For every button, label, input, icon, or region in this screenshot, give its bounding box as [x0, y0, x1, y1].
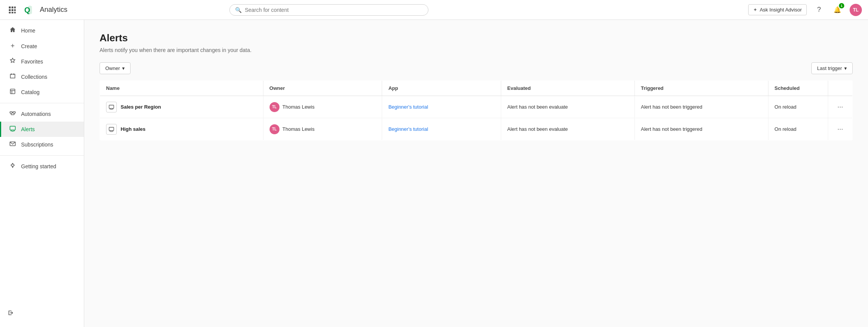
sidebar-item-getting-started-label: Getting started [21, 163, 56, 169]
home-icon [9, 27, 16, 34]
sidebar-item-alerts[interactable]: Alerts [0, 122, 84, 137]
col-header-triggered: Triggered [634, 81, 768, 96]
top-navigation: Q Analytics 🔍 ✦ Ask Insight Advisor ? 🔔 … [0, 0, 868, 20]
svg-rect-0 [9, 7, 11, 8]
svg-rect-13 [13, 112, 15, 113]
sidebar-item-favorites[interactable]: Favorites [0, 54, 84, 69]
page-title: Alerts [100, 32, 853, 44]
alert-triggered-cell-1: Alert has not been triggered [634, 118, 768, 140]
sidebar-collapse-button[interactable] [0, 306, 84, 321]
owner-filter-button[interactable]: Owner ▾ [100, 62, 131, 74]
notification-badge: 1 [839, 3, 844, 8]
owner-chevron-icon: ▾ [122, 65, 125, 71]
insight-advisor-icon: ✦ [753, 7, 757, 13]
sidebar-item-collections[interactable]: Collections [0, 69, 84, 85]
sidebar-item-automations-label: Automations [21, 111, 51, 117]
owner-avatar-1: TL [270, 124, 280, 134]
alert-name-cell-1: High sales [100, 118, 263, 140]
notifications-button[interactable]: 🔔 1 [831, 4, 843, 16]
create-icon: + [9, 42, 16, 50]
subscriptions-icon [9, 141, 16, 148]
toolbar: Owner ▾ Last trigger ▾ [100, 62, 853, 74]
alert-evaluated-text-0: Alert has not been evaluate [507, 104, 568, 110]
alert-evaluated-text-1: Alert has not been evaluate [507, 126, 568, 132]
sidebar-item-subscriptions-label: Subscriptions [21, 142, 53, 148]
sidebar-item-catalog[interactable]: Catalog [0, 85, 84, 100]
svg-rect-6 [9, 12, 11, 13]
grid-menu-button[interactable] [6, 4, 18, 16]
col-header-actions [828, 81, 852, 96]
app-name: Analytics [40, 6, 67, 14]
svg-text:Q: Q [25, 6, 30, 14]
table-row: High sales TL Thomas Lewis Beginner's tu… [100, 118, 853, 140]
alert-app-name-1[interactable]: Beginner's tutorial [388, 126, 428, 132]
alert-scheduled-text-1: On reload [775, 126, 796, 132]
alerts-icon [9, 125, 16, 133]
col-header-owner: Owner [263, 81, 382, 96]
alert-more-button-1[interactable]: ··· [834, 124, 846, 135]
automations-icon [9, 110, 16, 118]
col-header-scheduled: Scheduled [768, 81, 828, 96]
col-header-evaluated: Evaluated [501, 81, 634, 96]
sidebar-item-getting-started[interactable]: Getting started [0, 159, 84, 174]
alert-name-text-0[interactable]: Sales per Region [121, 104, 161, 110]
alert-actions-cell-1: ··· [828, 118, 852, 140]
sidebar-item-collections-label: Collections [21, 74, 47, 80]
alert-type-icon-1 [106, 124, 117, 135]
sidebar-item-favorites-label: Favorites [21, 59, 43, 65]
alert-scheduled-text-0: On reload [775, 104, 796, 110]
owner-name-0: Thomas Lewis [283, 104, 315, 110]
alert-triggered-text-1: Alert has not been triggered [641, 126, 702, 132]
search-icon: 🔍 [235, 7, 242, 13]
main-layout: Home + Create Favorites Collections Cata… [0, 20, 868, 327]
owner-filter-label: Owner [105, 65, 120, 71]
alert-scheduled-cell-1: On reload [768, 118, 828, 140]
sort-chevron-icon: ▾ [844, 65, 847, 71]
help-icon: ? [817, 6, 821, 14]
alert-owner-cell-0: TL Thomas Lewis [263, 96, 382, 118]
alert-scheduled-cell-0: On reload [768, 96, 828, 118]
insight-advisor-label: Ask Insight Advisor [760, 7, 802, 13]
alert-more-button-0[interactable]: ··· [834, 101, 846, 112]
col-header-name: Name [100, 81, 263, 96]
alert-evaluated-cell-1: Alert has not been evaluate [501, 118, 634, 140]
alert-name-text-1[interactable]: High sales [121, 126, 145, 132]
user-avatar[interactable]: TL [850, 4, 862, 16]
svg-rect-5 [14, 9, 16, 11]
svg-rect-4 [11, 9, 13, 11]
svg-rect-12 [10, 112, 12, 113]
sidebar-divider-1 [0, 103, 84, 103]
sort-label: Last trigger [817, 65, 842, 71]
svg-rect-1 [11, 7, 13, 8]
sidebar-item-automations[interactable]: Automations [0, 106, 84, 122]
sidebar-item-create[interactable]: + Create [0, 38, 84, 54]
help-button[interactable]: ? [813, 4, 825, 16]
sidebar-divider-2 [0, 155, 84, 156]
getting-started-icon [9, 163, 16, 170]
alert-actions-cell-0: ··· [828, 96, 852, 118]
sort-button[interactable]: Last trigger ▾ [811, 62, 853, 74]
insight-advisor-button[interactable]: ✦ Ask Insight Advisor [748, 4, 807, 15]
sidebar-item-catalog-label: Catalog [21, 89, 39, 95]
page-subtitle: Alerts notify you when there are importa… [100, 47, 853, 53]
sidebar-bottom [0, 303, 84, 324]
svg-rect-14 [10, 126, 15, 130]
search-bar[interactable]: 🔍 [229, 4, 428, 16]
alert-triggered-cell-0: Alert has not been triggered [634, 96, 768, 118]
sidebar-item-subscriptions[interactable]: Subscriptions [0, 137, 84, 152]
search-input[interactable] [245, 7, 423, 13]
sidebar-item-home[interactable]: Home [0, 23, 84, 38]
collapse-icon [8, 310, 14, 317]
alert-owner-cell-1: TL Thomas Lewis [263, 118, 382, 140]
catalog-icon [9, 88, 16, 96]
star-icon [9, 58, 16, 65]
alert-app-cell-0: Beginner's tutorial [382, 96, 501, 118]
svg-point-16 [12, 167, 13, 168]
alert-app-name-0[interactable]: Beginner's tutorial [388, 104, 428, 110]
table-header-row: Name Owner App Evaluated Triggered Sched… [100, 81, 853, 96]
collections-icon [9, 73, 16, 81]
svg-rect-11 [10, 89, 15, 94]
table-row: Sales per Region TL Thomas Lewis Beginne… [100, 96, 853, 118]
sidebar: Home + Create Favorites Collections Cata… [0, 20, 84, 327]
logo[interactable]: Q Analytics [23, 3, 67, 17]
